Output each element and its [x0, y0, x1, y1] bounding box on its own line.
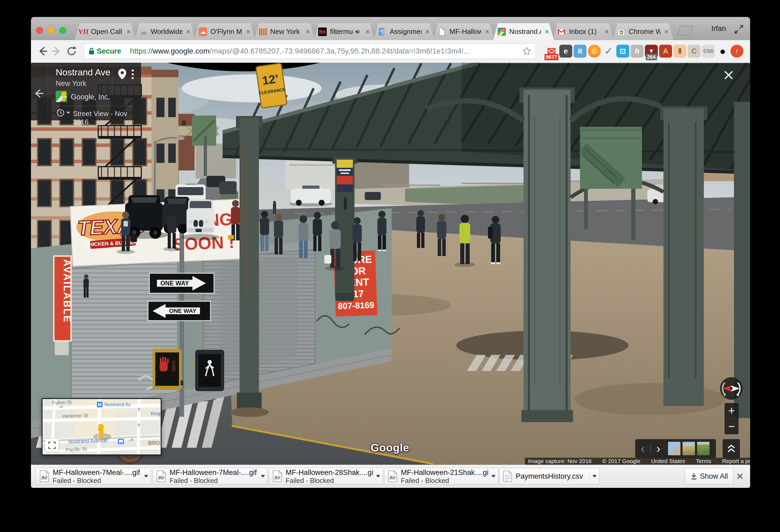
map-pin-icon[interactable]	[117, 68, 127, 80]
shield-blocker-icon[interactable]: ▼264	[645, 45, 658, 58]
evernote-icon[interactable]: e	[559, 45, 572, 58]
camel-notebook-icon[interactable]: C	[688, 45, 700, 58]
h-extension-icon[interactable]: h	[631, 45, 643, 58]
ninja-cat-icon[interactable]: ●	[716, 45, 729, 58]
tab-close-icon[interactable]: ×	[664, 28, 669, 36]
tab-oflynn[interactable]: ☁ O'Flynn Mu ×	[194, 23, 255, 40]
tab-close-icon[interactable]: ×	[305, 28, 310, 36]
tab-filtermu[interactable]: fm filtermu ×	[314, 23, 375, 40]
terms-link[interactable]: Terms	[696, 458, 711, 465]
bookmark-star-icon[interactable]	[522, 47, 531, 56]
image-file-icon	[273, 470, 282, 482]
profile-name[interactable]: Irfan	[712, 25, 726, 33]
address-bar[interactable]: Secure https://www.google.com/maps/@40.6…	[84, 43, 536, 59]
window-zoom-button[interactable]	[59, 27, 66, 34]
back-arrow-icon[interactable]	[34, 88, 44, 99]
fullscreen-arrows-icon[interactable]	[734, 25, 744, 34]
webstore-icon	[617, 28, 626, 36]
tab-close-icon[interactable]: ×	[186, 28, 191, 36]
show-all-downloads-button[interactable]: Show All	[685, 468, 733, 485]
cloud-icon: ☁	[139, 28, 147, 36]
tab-new-york[interactable]: New York ×	[254, 23, 315, 40]
robot-extension-icon[interactable]: ⊡	[616, 45, 629, 58]
close-street-view-icon[interactable]	[723, 69, 734, 81]
tab-close-icon[interactable]: ×	[604, 28, 610, 36]
tab-inbox[interactable]: Inbox (1) ×	[553, 23, 614, 40]
reload-button[interactable]	[65, 45, 78, 57]
time-machine-icon[interactable]	[56, 108, 65, 117]
dictionary-extension-icon[interactable]: A	[659, 45, 672, 58]
fullscreen-corners-icon	[48, 441, 56, 449]
time-caret-icon[interactable]	[66, 112, 70, 114]
double-chevron-up-icon	[727, 444, 736, 453]
zoom-in-button[interactable]: +	[725, 403, 739, 419]
carousel-prev-button[interactable]: ‹	[635, 442, 650, 455]
window-close-button[interactable]	[36, 27, 43, 34]
region-label: United States	[651, 458, 685, 465]
tab-chrome-webstore[interactable]: Chrome W ×	[613, 23, 673, 40]
carousel-thumbnail-1[interactable]	[668, 442, 680, 455]
tab-open-call[interactable]: VII Open Call ×	[75, 23, 136, 40]
tab-close-icon[interactable]: ×	[126, 28, 131, 36]
tab-nostrand-active[interactable]: Nostrand A ×	[493, 23, 554, 40]
checkmark-extension-icon[interactable]: ✓	[602, 45, 615, 58]
download-item[interactable]: PaymentsHistory.csv	[499, 468, 599, 485]
carousel-thumbnail-2[interactable]	[683, 442, 695, 455]
tab-close-icon[interactable]: ×	[544, 28, 550, 36]
tab-close-icon[interactable]: ×	[484, 28, 490, 36]
place-subtitle: New York	[56, 80, 86, 88]
svg-text:ONE WAY: ONE WAY	[160, 280, 189, 287]
pedestrian-signal-hand	[153, 349, 182, 390]
zoom-out-button[interactable]: −	[725, 419, 739, 434]
carousel-thumbnail-3[interactable]	[697, 442, 710, 455]
hola-vpn-icon[interactable]: ☺	[588, 45, 601, 58]
minimap-label-herkimer: Herkimer St	[62, 413, 88, 419]
download-menu-caret[interactable]	[374, 475, 383, 478]
uploader-extension-icon[interactable]: ↑	[730, 45, 743, 58]
tab-mf-halloween[interactable]: MF-Hallow ×	[433, 23, 494, 40]
download-item[interactable]: MF-Halloween-21Shak....gifFailed - Block…	[384, 468, 498, 485]
csv-file-icon	[503, 470, 513, 482]
window-minimize-button[interactable]	[48, 27, 55, 34]
download-menu-caret[interactable]	[590, 475, 599, 478]
soundcloud-icon: ☁	[199, 28, 207, 36]
downloads-bar: MF-Halloween-7Meal-....gifFailed - Block…	[31, 465, 750, 488]
security-label: Secure	[97, 47, 121, 55]
fm-logo-icon: fm	[318, 28, 327, 36]
tab-assignment[interactable]: Assignmen ×	[374, 23, 434, 40]
capture-date-label[interactable]: Street View - Nov 2016	[73, 109, 141, 126]
css-extension-icon[interactable]: CSS	[702, 45, 715, 58]
outlet-extension-icon[interactable]: ‖	[673, 45, 686, 58]
download-menu-caret[interactable]	[142, 475, 151, 478]
minimap[interactable]: Fulton St M Nostrand Av Herkimer St King…	[42, 398, 161, 455]
desktop: VII Open Call × ☁ Worldwide × ☁ O'Flynn …	[0, 0, 780, 532]
more-options-icon[interactable]	[131, 69, 134, 80]
compass-control[interactable]	[720, 377, 743, 400]
tab-audio-icon[interactable]	[354, 29, 360, 35]
forward-button[interactable]	[50, 45, 63, 57]
new-tab-button[interactable]	[677, 26, 694, 36]
minimap-expand-button[interactable]	[45, 439, 59, 452]
carousel-next-button[interactable]: ›	[651, 442, 666, 455]
report-problem-link[interactable]: Report a problem	[722, 458, 750, 465]
blue-document-icon	[378, 28, 387, 36]
back-button[interactable]	[36, 45, 49, 57]
download-menu-caret[interactable]	[489, 475, 498, 478]
minimap-label-fulton: Fulton St	[52, 399, 71, 405]
close-downloads-bar-icon[interactable]	[736, 472, 744, 481]
download-menu-caret[interactable]	[258, 475, 267, 478]
mail-checker-icon[interactable]: ✉9677	[545, 45, 558, 58]
it-extension-icon[interactable]: it	[574, 45, 586, 58]
download-item[interactable]: MF-Halloween-7Meal-....gifFailed - Block…	[153, 468, 268, 485]
svg-text:ONE WAY: ONE WAY	[169, 307, 196, 314]
tab-close-icon[interactable]: ×	[365, 28, 370, 36]
tab-worldwide[interactable]: ☁ Worldwide ×	[135, 23, 195, 40]
download-item[interactable]: MF-Halloween-7Meal-....gifFailed - Block…	[36, 468, 151, 485]
carousel-expand-button[interactable]	[723, 439, 740, 458]
column-poster	[337, 160, 353, 192]
tab-close-icon[interactable]: ×	[425, 28, 430, 36]
one-way-sign-right: ONE WAY	[149, 273, 214, 293]
url-text: https://www.google.com/maps/@40.6785207,…	[130, 47, 470, 55]
tab-close-icon[interactable]: ×	[245, 28, 251, 36]
download-item[interactable]: MF-Halloween-28Shak....gifFailed - Block…	[269, 468, 383, 485]
